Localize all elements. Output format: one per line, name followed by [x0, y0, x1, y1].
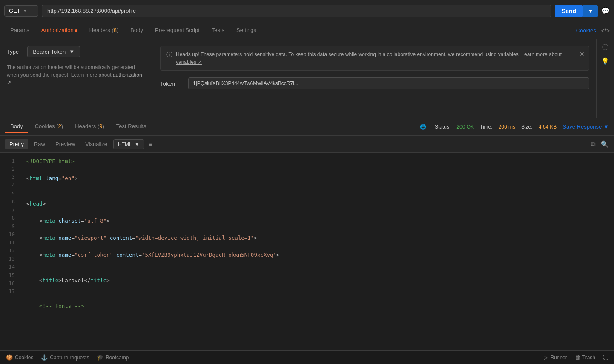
- info-icon: ⓘ: [166, 51, 172, 59]
- copy-icon[interactable]: ⧉: [591, 140, 596, 148]
- token-input[interactable]: [188, 77, 589, 89]
- capture-requests-item[interactable]: ⚓ Capture requests: [41, 354, 89, 361]
- type-select[interactable]: Bearer Token ▼: [27, 46, 80, 57]
- request-tabs: Params Authorization Headers (8) Body Pr…: [0, 22, 614, 39]
- line-numbers: 12345 678910 1112131415 1617: [0, 153, 20, 310]
- status-value: 200 OK: [456, 124, 474, 130]
- search-icon[interactable]: 🔍: [601, 140, 609, 148]
- cookies-bottom-item[interactable]: 🍪 Cookies: [6, 354, 33, 361]
- type-label: Type: [7, 49, 19, 55]
- variables-link[interactable]: variables ↗: [176, 59, 202, 65]
- tab-body[interactable]: Body: [124, 23, 149, 37]
- info-text: Heads up! These parameters hold sensitiv…: [176, 51, 583, 66]
- resp-tab-test-results[interactable]: Test Results: [111, 120, 152, 133]
- auth-left-panel: Type Bearer Token ▼ The authorization he…: [0, 39, 153, 118]
- auth-dot: [75, 29, 77, 32]
- runner-item[interactable]: ▷ Runner: [544, 354, 567, 361]
- info-circle-icon[interactable]: ⓘ: [602, 43, 608, 52]
- sidebar-icons: ⓘ 💡: [596, 39, 614, 118]
- type-select-chevron: ▼: [69, 49, 75, 55]
- send-dropdown-button[interactable]: ▼: [583, 5, 598, 17]
- cookies-icon: 🍪: [6, 354, 13, 361]
- trash-icon: 🗑: [575, 354, 580, 361]
- code-content[interactable]: <!DOCTYPE html> <html lang="en"> <head> …: [20, 153, 614, 310]
- method-value: GET: [9, 8, 20, 14]
- token-row: Token: [160, 77, 589, 89]
- language-chevron: ▼: [135, 141, 140, 147]
- size-value: 4.64 KB: [539, 124, 557, 130]
- resp-tab-headers[interactable]: Headers (9): [70, 120, 109, 133]
- method-chevron-icon: ▼: [23, 9, 27, 13]
- tab-settings[interactable]: Settings: [230, 23, 262, 37]
- bottom-right: ▷ Runner 🗑 Trash ⛶: [544, 354, 608, 361]
- chat-icon[interactable]: 💬: [601, 7, 610, 15]
- size-label: Size:: [521, 124, 533, 130]
- bottom-bar: 🍪 Cookies ⚓ Capture requests 🎓 Bootcamp …: [0, 350, 614, 364]
- url-input[interactable]: [42, 5, 551, 17]
- method-select[interactable]: GET ▼: [4, 5, 38, 17]
- resp-tab-cookies[interactable]: Cookies (2): [30, 120, 69, 133]
- code-view-icon[interactable]: </>: [601, 27, 610, 34]
- wrap-icon[interactable]: ≡: [149, 141, 152, 148]
- tab-authorization[interactable]: Authorization: [35, 23, 83, 37]
- save-response-button[interactable]: Save Response ▼: [562, 123, 609, 130]
- auth-right-panel: ⓘ Heads up! These parameters hold sensit…: [153, 39, 596, 118]
- top-bar: GET ▼ Send ▼ 💬: [0, 0, 614, 22]
- auth-description: The authorization header will be automat…: [7, 63, 146, 86]
- trash-item[interactable]: 🗑 Trash: [575, 354, 595, 361]
- cookies-link[interactable]: Cookies: [576, 27, 596, 34]
- expand-arrows-icon: ⛶: [603, 355, 608, 361]
- fmt-tab-visualize[interactable]: Visualize: [81, 139, 112, 149]
- globe-icon: 🌐: [420, 124, 426, 130]
- resp-tab-body[interactable]: Body: [5, 120, 28, 133]
- tab-tests[interactable]: Tests: [206, 23, 230, 37]
- bootcamp-item[interactable]: 🎓 Bootcamp: [97, 354, 129, 361]
- runner-icon: ▷: [544, 354, 548, 361]
- fmt-tab-raw[interactable]: Raw: [30, 139, 49, 149]
- token-label: Token: [160, 80, 181, 87]
- info-banner: ⓘ Heads up! These parameters hold sensit…: [160, 46, 589, 71]
- time-value: 206 ms: [499, 124, 515, 130]
- fmt-tab-pretty[interactable]: Pretty: [5, 139, 28, 149]
- response-header: Body Cookies (2) Headers (9) Test Result…: [0, 118, 614, 136]
- bulb-icon[interactable]: 💡: [601, 57, 609, 65]
- auth-learn-link[interactable]: authorization ↗: [7, 72, 142, 86]
- format-bar: Pretty Raw Preview Visualize HTML ▼ ≡ ⧉ …: [0, 136, 614, 153]
- language-select[interactable]: HTML ▼: [113, 139, 144, 149]
- capture-icon: ⚓: [41, 354, 48, 361]
- send-button[interactable]: Send: [555, 5, 583, 17]
- bootcamp-icon: 🎓: [97, 354, 103, 361]
- tab-headers[interactable]: Headers (8): [83, 23, 125, 37]
- tab-prerequest[interactable]: Pre-request Script: [149, 23, 206, 37]
- expand-icon[interactable]: ⛶: [603, 354, 608, 361]
- response-status-area: 🌐 Status: 200 OK Time: 206 ms Size: 4.64…: [420, 123, 609, 130]
- status-label: Status:: [435, 124, 450, 130]
- format-right-icons: ⧉ 🔍: [591, 140, 609, 148]
- fmt-tab-preview[interactable]: Preview: [51, 139, 79, 149]
- code-area: 12345 678910 1112131415 1617 <!DOCTYPE h…: [0, 153, 614, 310]
- time-label: Time:: [480, 124, 493, 130]
- tab-params[interactable]: Params: [4, 23, 35, 37]
- info-banner-close[interactable]: ✕: [580, 51, 585, 57]
